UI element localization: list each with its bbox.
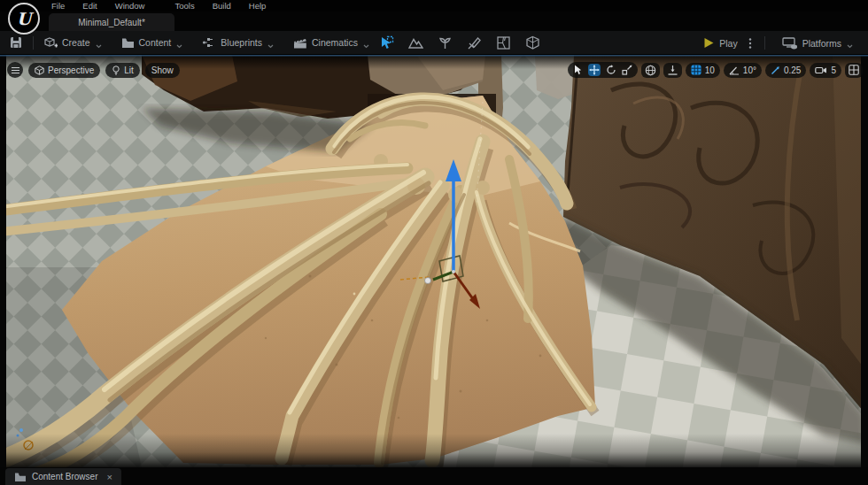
platforms-label: Platforms bbox=[802, 38, 841, 49]
scale-tool-icon[interactable] bbox=[622, 65, 632, 75]
tab-level-minimal-default[interactable]: Minimal_Default* bbox=[49, 13, 174, 31]
menu-build[interactable]: Build bbox=[204, 0, 240, 12]
play-options-kebab-icon[interactable] bbox=[748, 37, 752, 50]
platforms-button[interactable]: Platforms bbox=[778, 34, 857, 53]
viewport-left-edge bbox=[0, 55, 6, 467]
move-tool-selected[interactable] bbox=[588, 64, 601, 76]
grid-snap-icon bbox=[691, 65, 701, 75]
blueprints-label: Blueprints bbox=[221, 37, 262, 48]
folder-icon bbox=[14, 472, 27, 482]
content-button[interactable]: Content bbox=[117, 33, 188, 52]
select-mode-icon[interactable] bbox=[379, 35, 394, 50]
rotation-snap-value: 10° bbox=[743, 65, 756, 75]
toolbar-separator bbox=[764, 36, 765, 50]
landscape-mode-icon[interactable] bbox=[408, 35, 423, 50]
show-label: Show bbox=[151, 65, 174, 75]
perspective-dropdown[interactable]: Perspective bbox=[28, 63, 100, 78]
surface-snapping-button[interactable] bbox=[663, 63, 682, 78]
menu-edit[interactable]: Edit bbox=[74, 0, 105, 12]
select-tool-icon[interactable] bbox=[573, 65, 583, 75]
angle-snap-icon bbox=[729, 65, 740, 75]
create-cube-plus-icon bbox=[44, 36, 58, 50]
maximize-viewport-button[interactable] bbox=[845, 63, 863, 78]
scale-snap-value: 0.25 bbox=[784, 65, 801, 75]
chevron-down-icon bbox=[267, 44, 274, 49]
transform-tools-group bbox=[568, 62, 638, 78]
scale-snap-icon bbox=[771, 65, 780, 75]
chevron-down-icon bbox=[363, 44, 369, 49]
grid-snap-value: 10 bbox=[705, 65, 715, 75]
lit-bulb-icon bbox=[112, 65, 120, 75]
fracture-mode-icon[interactable] bbox=[496, 35, 511, 50]
viewport-scene bbox=[0, 55, 868, 467]
viewport-bottom-vignette bbox=[0, 434, 868, 467]
content-browser-tab[interactable]: Content Browser × bbox=[5, 468, 121, 485]
viewport-right-edge bbox=[861, 55, 868, 467]
blueprints-button[interactable]: Blueprints bbox=[198, 33, 278, 52]
create-label: Create bbox=[62, 37, 90, 48]
world-local-toggle[interactable] bbox=[641, 63, 660, 78]
menu-file[interactable]: File bbox=[43, 0, 74, 12]
close-icon[interactable]: × bbox=[106, 472, 112, 482]
create-button[interactable]: Create bbox=[40, 33, 106, 52]
play-button[interactable]: Play bbox=[699, 34, 741, 53]
clapperboard-icon bbox=[293, 37, 307, 49]
camera-icon bbox=[815, 65, 827, 75]
bottom-dock: Content Browser × bbox=[0, 467, 868, 485]
viewport-options-button[interactable] bbox=[7, 62, 23, 78]
brush-edit-mode-icon[interactable] bbox=[525, 35, 540, 50]
grid-snap-control[interactable]: 10 bbox=[686, 63, 720, 78]
menu-tools[interactable]: Tools bbox=[166, 0, 203, 12]
chevron-down-icon bbox=[847, 44, 853, 49]
rotate-tool-icon[interactable] bbox=[606, 65, 616, 75]
content-label: Content bbox=[139, 37, 172, 48]
menu-help[interactable]: Help bbox=[240, 0, 275, 12]
editor-modes-group bbox=[379, 31, 540, 55]
lit-label: Lit bbox=[124, 65, 134, 75]
unreal-editor-window: File Edit Window Tools Build Help U Mini… bbox=[0, 0, 868, 485]
play-label: Play bbox=[719, 38, 737, 49]
chevron-down-icon bbox=[176, 44, 182, 49]
gizmo-pivot-sphere[interactable] bbox=[425, 278, 431, 284]
mesh-paint-mode-icon[interactable] bbox=[467, 35, 482, 50]
lit-dropdown[interactable]: Lit bbox=[105, 63, 140, 78]
blueprints-nodes-icon bbox=[202, 37, 216, 48]
surface-snap-icon bbox=[667, 65, 678, 76]
platforms-icon bbox=[782, 37, 798, 50]
globe-icon bbox=[645, 65, 656, 76]
camera-speed-control[interactable]: 5 bbox=[810, 63, 841, 78]
toolbar-separator bbox=[33, 36, 34, 50]
rotation-snap-control[interactable]: 10° bbox=[724, 63, 762, 78]
tab-row: Minimal_Default* bbox=[0, 12, 868, 31]
viewport-top-line bbox=[0, 55, 868, 57]
foliage-mode-icon[interactable] bbox=[438, 35, 453, 50]
menu-window[interactable]: Window bbox=[106, 0, 154, 12]
gizmo-center[interactable] bbox=[452, 270, 455, 273]
main-toolbar: Create Content Blueprints bbox=[0, 31, 868, 55]
level-viewport[interactable]: Perspective Lit Show bbox=[0, 55, 868, 467]
menu-bar: File Edit Window Tools Build Help bbox=[0, 0, 868, 12]
save-button[interactable] bbox=[5, 33, 27, 52]
show-dropdown[interactable]: Show bbox=[145, 63, 180, 78]
camera-speed-value: 5 bbox=[831, 65, 836, 75]
folder-icon bbox=[121, 37, 135, 49]
perspective-label: Perspective bbox=[48, 65, 94, 75]
unreal-logo-icon: U bbox=[8, 3, 40, 35]
chevron-down-icon bbox=[96, 44, 102, 49]
move-tool-icon bbox=[589, 65, 600, 75]
cinematics-label: Cinematics bbox=[312, 37, 358, 48]
toolbar-right-group: Play Platforms bbox=[699, 31, 857, 55]
content-browser-label: Content Browser bbox=[32, 472, 97, 481]
perspective-cube-icon bbox=[35, 65, 44, 75]
scale-snap-control[interactable]: 0.25 bbox=[765, 63, 806, 78]
cinematics-button[interactable]: Cinematics bbox=[289, 33, 374, 52]
save-icon bbox=[10, 36, 22, 49]
quad-view-icon bbox=[849, 65, 859, 75]
play-icon bbox=[703, 37, 715, 49]
